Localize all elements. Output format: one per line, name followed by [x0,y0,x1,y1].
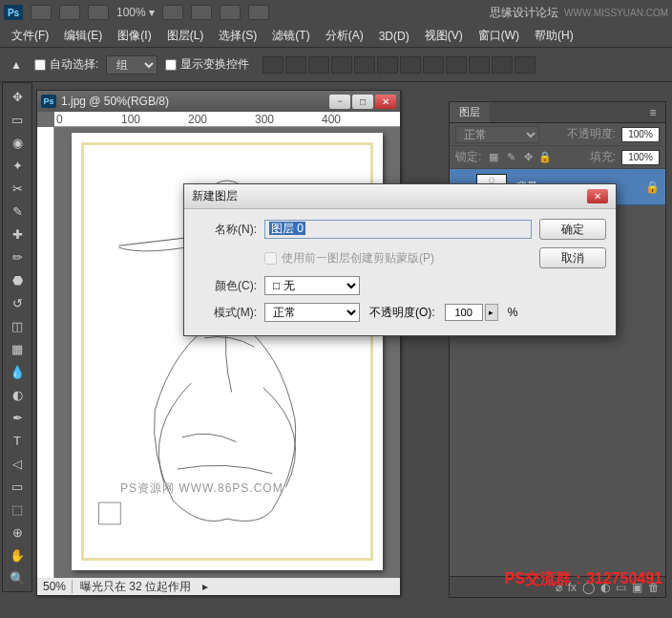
status-arrow-icon[interactable]: ▸ [202,580,208,593]
distribute-icon[interactable] [514,56,536,74]
fill-label: 填充: [590,149,616,165]
qq-group-text: PS交流群：312750491 [505,569,662,589]
arrange-icon[interactable] [248,5,269,20]
path-tool[interactable]: ◁ [4,453,31,474]
align-icon[interactable] [331,56,352,74]
gradient-tool[interactable]: ▦ [4,338,31,359]
align-icon[interactable] [262,56,284,74]
wand-tool[interactable]: ✦ [4,155,31,176]
lasso-tool[interactable]: ◉ [4,132,31,153]
color-label: 颜色(C): [196,278,257,294]
menu-help[interactable]: 帮助(H) [529,26,579,46]
hand-icon[interactable] [162,5,183,20]
menu-select[interactable]: 选择(S) [213,26,262,46]
doc-maximize-button[interactable]: □ [352,95,373,109]
menu-layer[interactable]: 图层(L) [161,26,210,46]
app-topbar: Ps 100%▾ 思缘设计论坛WWW.MISSYUAN.COM [0,0,672,25]
dialog-close-button[interactable]: ✕ [587,189,608,203]
alignment-icons [262,56,536,74]
cancel-button[interactable]: 取消 [539,247,606,268]
ok-button[interactable]: 确定 [539,219,606,240]
menu-window[interactable]: 窗口(W) [472,26,525,46]
align-icon[interactable] [285,56,306,74]
show-transform-check[interactable]: 显示变换控件 [165,56,249,73]
heal-tool[interactable]: ✚ [4,224,31,245]
hand-tool[interactable]: ✋ [4,544,31,565]
fill-field[interactable] [621,150,660,165]
show-transform-checkbox[interactable] [165,59,177,71]
auto-select-checkbox[interactable] [34,59,46,71]
type-tool[interactable]: T [4,430,31,451]
layer-lock-icon: 🔒 [645,181,660,194]
document-window: Ps 1.jpg @ 50%(RGB/8) － □ ✕ 010020030040… [36,90,401,596]
brush-tool[interactable]: ✏ [4,246,31,267]
align-icon[interactable] [354,56,375,74]
mode-select[interactable]: 正常 [264,303,360,322]
3d-camera-tool[interactable]: ⊕ [4,522,31,543]
watermark-text: PS资源网 WWW.86PS.COM [120,480,284,497]
lock-all-icon[interactable]: 🔒 [538,151,552,164]
marquee-tool[interactable]: ▭ [4,109,31,130]
distribute-icon[interactable] [469,56,490,74]
eraser-tool[interactable]: ◫ [4,315,31,336]
shape-tool[interactable]: ▭ [4,476,31,497]
ruler-horizontal[interactable]: 0100200300400 [54,112,400,127]
photoshop-window: Ps 100%▾ 思缘设计论坛WWW.MISSYUAN.COM 文件(F) 编辑… [0,0,672,618]
auto-select-target[interactable]: 组 [106,55,158,75]
ruler-vertical[interactable] [37,127,54,578]
blend-mode-select[interactable]: 正常 [455,126,539,143]
distribute-icon[interactable] [492,56,513,74]
panel-menu-icon[interactable]: ≡ [644,106,662,119]
layers-tab[interactable]: 图层 [450,102,490,122]
status-message: 曝光只在 32 位起作用 [73,579,199,595]
name-input[interactable]: 图层 0 [264,220,532,239]
menu-edit[interactable]: 编辑(E) [58,26,108,46]
lock-position-icon[interactable]: ✥ [521,151,535,164]
distribute-icon[interactable] [400,56,421,74]
opacity-input[interactable] [445,304,483,321]
zoom-tool[interactable]: 🔍 [4,567,31,588]
doc-close-button[interactable]: ✕ [375,95,396,109]
zoom-icon[interactable] [191,5,212,20]
lock-row: 锁定: ▦ ✎ ✥ 🔒 填充: [450,146,665,169]
blur-tool[interactable]: 💧 [4,361,31,382]
menu-image[interactable]: 图像(I) [112,26,157,46]
distribute-icon[interactable] [423,56,444,74]
ps-logo-icon: Ps [4,5,23,20]
percent-label: % [508,306,518,319]
bridge-icon[interactable] [31,5,52,20]
stamp-tool[interactable]: ⬣ [4,269,31,290]
opacity-field[interactable] [621,127,660,142]
status-zoom[interactable]: 50% [37,580,73,593]
color-select[interactable]: □ 无 [264,276,360,295]
screenmode-icon[interactable] [88,5,109,20]
crop-tool[interactable]: ✂ [4,178,31,199]
history-brush-tool[interactable]: ↺ [4,292,31,313]
document-titlebar[interactable]: Ps 1.jpg @ 50%(RGB/8) － □ ✕ [37,91,400,112]
minibrige-icon[interactable] [59,5,80,20]
options-bar: ▲ 自动选择: 组 显示变换控件 [0,48,672,82]
menu-view[interactable]: 视图(V) [419,26,469,46]
3d-tool[interactable]: ⬚ [4,499,31,520]
opacity-label: 不透明度: [567,126,616,142]
menu-3d[interactable]: 3D(D) [373,28,415,45]
menu-file[interactable]: 文件(F) [6,26,54,46]
blend-mode-row: 正常 不透明度: [450,123,665,146]
align-icon[interactable] [377,56,398,74]
lock-paint-icon[interactable]: ✎ [504,151,517,164]
menu-analysis[interactable]: 分析(A) [320,26,369,46]
move-tool[interactable]: ✥ [4,86,31,107]
lock-transparent-icon[interactable]: ▦ [487,151,500,164]
auto-select-check[interactable]: 自动选择: [34,56,98,73]
dialog-titlebar[interactable]: 新建图层 ✕ [184,184,616,209]
opacity-step-button[interactable]: ▸ [485,304,498,321]
menu-filter[interactable]: 滤镜(T) [266,26,315,46]
eyedropper-tool[interactable]: ✎ [4,201,31,222]
pen-tool[interactable]: ✒ [4,407,31,428]
doc-minimize-button[interactable]: － [329,95,350,109]
rotate-view-icon[interactable] [220,5,241,20]
dodge-tool[interactable]: ◐ [4,384,31,405]
align-icon[interactable] [308,56,329,74]
distribute-icon[interactable] [446,56,467,74]
top-zoom[interactable]: 100%▾ [116,6,155,19]
